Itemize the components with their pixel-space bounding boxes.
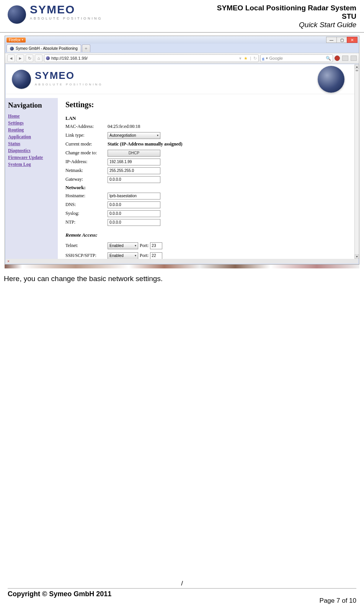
- scrollbar-thumb[interactable]: [356, 70, 358, 71]
- dns-input[interactable]: 0.0.0.0: [108, 201, 160, 208]
- chevron-down-icon: ▾: [157, 134, 158, 137]
- dhcp-button[interactable]: DHCP: [108, 150, 160, 157]
- telnet-label: Telnet:: [65, 243, 108, 249]
- google-icon: g: [262, 56, 264, 61]
- footer-slash: /: [8, 580, 356, 587]
- telnet-select-value: Enabled: [109, 244, 124, 248]
- syslog-label: Syslog:: [65, 211, 108, 216]
- gateway-label: Gateway:: [65, 177, 108, 182]
- header-sphere-icon: [318, 66, 344, 93]
- browser-screenshot: Firefox ▾ — ▢ ✕ Symeo GmbH - Absolute Po…: [5, 36, 359, 265]
- ip-label: IP-Address:: [65, 159, 108, 165]
- telnet-port-input[interactable]: 23: [150, 242, 162, 249]
- url-text: http://192.168.1.99/: [51, 56, 88, 61]
- status-x-icon[interactable]: ×: [7, 259, 10, 263]
- tab-title: Symeo GmbH - Absolute Positioning: [16, 46, 78, 51]
- ssh-select-value: Enabled: [109, 253, 124, 258]
- network-heading: Network:: [65, 185, 347, 191]
- settings-panel: Settings: LAN MAC-Address: 04:25:fe:ed:0…: [58, 98, 354, 259]
- reload-button[interactable]: ↻: [26, 54, 33, 62]
- addon-icon[interactable]: [335, 56, 340, 61]
- minimize-button[interactable]: —: [326, 37, 337, 43]
- changeto-label: Change mode to:: [65, 150, 108, 156]
- refresh-icon[interactable]: ↻: [253, 56, 257, 61]
- home-button[interactable]: ⌂: [35, 54, 42, 62]
- navigation-sidebar: Navigation Home Settings Routing Applica…: [6, 98, 58, 259]
- firefox-label: Firefox: [9, 38, 21, 42]
- nav-item-settings[interactable]: Settings: [8, 120, 55, 126]
- caption-text: Here, you can change the basic network s…: [4, 275, 360, 283]
- site-sphere-icon: [12, 70, 31, 89]
- doc-title-line3: Quick Start Guide: [217, 21, 356, 29]
- ssh-select[interactable]: Enabled ▾: [108, 252, 138, 259]
- nav-item-application[interactable]: Application: [8, 134, 55, 140]
- linktype-select-value: Autonegotiation: [109, 133, 136, 137]
- curmode-label: Current mode:: [65, 141, 108, 147]
- site-logo-main: SYMEO: [35, 70, 103, 82]
- mac-label: MAC-Address:: [65, 124, 108, 129]
- search-input[interactable]: g ▾ Google 🔍: [260, 54, 333, 62]
- scroll-down-icon[interactable]: ▼: [355, 254, 359, 259]
- gateway-input[interactable]: 0.0.0.0: [108, 176, 160, 183]
- nav-item-diagnostics[interactable]: Diagnostics: [8, 148, 55, 154]
- tab-symeo[interactable]: Symeo GmbH - Absolute Positioning: [7, 44, 81, 52]
- toolbar-icon-1[interactable]: [342, 56, 348, 61]
- maximize-button[interactable]: ▢: [336, 37, 347, 43]
- logo-text-sub: ABSOLUTE POSITIONING: [30, 17, 103, 20]
- telnet-select[interactable]: Enabled ▾: [108, 242, 138, 249]
- logo-text-main: SYMEO: [30, 4, 103, 15]
- nav-item-firmware[interactable]: Firmware Update: [8, 155, 55, 160]
- firefox-menu-button[interactable]: Firefox ▾: [7, 38, 26, 43]
- hostname-input[interactable]: lprb-basestation: [108, 193, 160, 200]
- nav-item-systemlog[interactable]: System Log: [8, 162, 55, 167]
- lan-heading: LAN: [65, 115, 347, 121]
- url-input[interactable]: http://192.168.1.99/ ▾ ★ | ↻: [44, 54, 259, 62]
- decorative-strip: [5, 265, 359, 268]
- address-bar: ◄ ► ↻ ⌂ http://192.168.1.99/ ▾ ★ | ↻ g ▾…: [5, 53, 359, 64]
- telnet-port-label: Port:: [140, 243, 149, 249]
- forward-button[interactable]: ►: [16, 54, 24, 62]
- syslog-input[interactable]: 0.0.0.0: [108, 210, 160, 217]
- ntp-label: NTP:: [65, 219, 108, 225]
- ip-input[interactable]: 192.168.1.99: [108, 159, 160, 165]
- status-bar: ×: [6, 259, 358, 263]
- netmask-label: Netmask:: [65, 168, 108, 173]
- window-titlebar: Firefox ▾ — ▢ ✕: [5, 36, 359, 44]
- bookmark-star-icon[interactable]: ★: [244, 56, 248, 61]
- site-favicon-icon: [10, 47, 14, 51]
- scroll-up-icon[interactable]: ▲: [355, 64, 359, 69]
- page-content: SYMEO ABSOLUTE POSITIONING Navigation Ho…: [6, 64, 354, 259]
- ssh-port-input[interactable]: 22: [150, 252, 162, 259]
- site-identity-icon: [46, 56, 50, 60]
- nav-item-routing[interactable]: Routing: [8, 127, 55, 133]
- logo-sphere-icon: [8, 5, 26, 24]
- close-button[interactable]: ✕: [347, 37, 357, 43]
- search-go-icon[interactable]: 🔍: [326, 56, 331, 61]
- mac-value: 04:25:fe:ed:00:18: [108, 124, 140, 129]
- nav-item-status[interactable]: Status: [8, 141, 55, 147]
- search-engine-dropdown-icon[interactable]: ▾: [266, 56, 268, 60]
- tab-bar: Symeo GmbH - Absolute Positioning +: [5, 44, 359, 53]
- chevron-down-icon: ▾: [135, 254, 136, 257]
- hostname-label: Hostname:: [65, 193, 108, 199]
- linktype-select[interactable]: Autonegotiation ▾: [108, 132, 160, 139]
- ntp-input[interactable]: 0.0.0.0: [108, 219, 160, 226]
- remote-heading: Remote Access:: [65, 232, 347, 238]
- new-tab-button[interactable]: +: [82, 44, 90, 52]
- netmask-input[interactable]: 255.255.255.0: [108, 167, 160, 174]
- page-number: Page 7 of 10: [320, 597, 356, 605]
- back-button[interactable]: ◄: [7, 54, 15, 62]
- settings-heading: Settings:: [65, 100, 347, 109]
- dropdown-icon[interactable]: ▾: [239, 56, 242, 61]
- curmode-value: Static (IP-Address manually assigned): [108, 141, 182, 147]
- vertical-scrollbar[interactable]: ▲ ▼: [354, 64, 359, 259]
- site-header: SYMEO ABSOLUTE POSITIONING: [6, 64, 354, 94]
- search-placeholder: Google: [269, 56, 283, 61]
- nav-heading: Navigation: [8, 101, 55, 110]
- nav-item-home[interactable]: Home: [8, 113, 55, 119]
- site-logo-sub: ABSOLUTE POSITIONING: [35, 83, 103, 86]
- dns-label: DNS:: [65, 202, 108, 208]
- chevron-down-icon: ▾: [135, 244, 136, 247]
- ssh-label: SSH/SCP/SFTP:: [65, 253, 108, 258]
- toolbar-icon-2[interactable]: [351, 56, 357, 61]
